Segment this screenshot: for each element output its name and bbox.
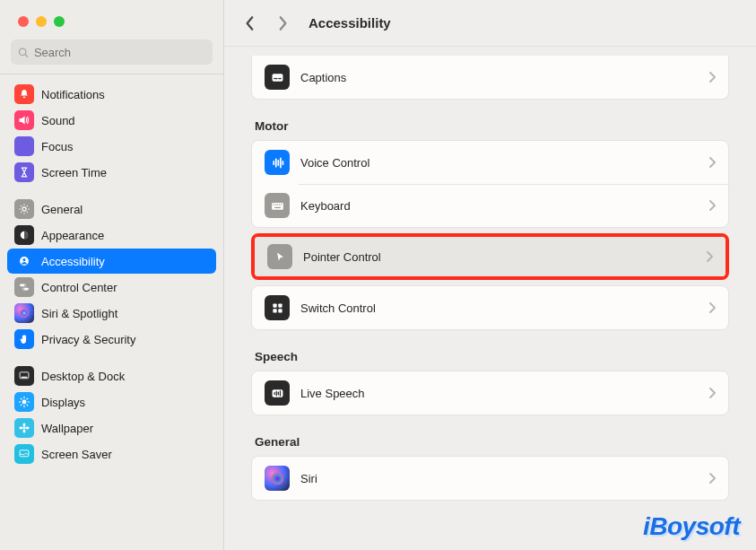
divider bbox=[0, 74, 223, 74]
settings-group: Captions bbox=[251, 56, 729, 100]
sidebar-item-appearance[interactable]: Appearance bbox=[7, 223, 216, 248]
dock-icon bbox=[14, 366, 34, 386]
svg-point-26 bbox=[25, 427, 29, 430]
keyboard-icon bbox=[265, 193, 290, 218]
settings-group: Switch Control bbox=[251, 285, 729, 330]
row-label: Switch Control bbox=[300, 301, 698, 315]
settings-group: Live Speech bbox=[251, 371, 729, 415]
row-label: Siri bbox=[300, 472, 698, 485]
svg-point-24 bbox=[23, 429, 26, 432]
row-label: Voice Control bbox=[300, 156, 698, 170]
settings-row-pointer-control[interactable]: Pointer Control bbox=[255, 237, 726, 276]
livespeech-icon bbox=[265, 380, 290, 406]
search-field[interactable] bbox=[11, 39, 213, 65]
zoom-window-button[interactable] bbox=[54, 16, 65, 27]
svg-line-20 bbox=[21, 405, 22, 406]
settings-group: Siri bbox=[251, 456, 729, 501]
svg-point-10 bbox=[20, 309, 29, 318]
sidebar-item-label: Accessibility bbox=[41, 255, 105, 268]
row-label: Captions bbox=[300, 71, 698, 84]
chevron-right-icon bbox=[708, 157, 716, 168]
section-header: General bbox=[255, 435, 729, 449]
content-area: Accessibility Captions Motor Voice Contr… bbox=[224, 0, 756, 550]
svg-line-1 bbox=[25, 54, 28, 57]
gear-icon bbox=[14, 199, 34, 219]
sidebar-item-privacy-security[interactable]: Privacy & Security bbox=[7, 327, 216, 352]
sidebar-item-focus[interactable]: Focus bbox=[7, 134, 216, 159]
settings-row-siri[interactable]: Siri bbox=[252, 457, 728, 500]
grid-icon bbox=[265, 295, 290, 320]
sidebar: NotificationsSoundFocusScreen TimeGenera… bbox=[0, 0, 224, 550]
sidebar-item-label: Siri & Spotlight bbox=[41, 307, 117, 320]
chevron-right-icon bbox=[708, 200, 716, 211]
svg-point-0 bbox=[19, 48, 25, 55]
sidebar-item-control-center[interactable]: Control Center bbox=[7, 275, 216, 300]
svg-rect-45 bbox=[273, 309, 276, 312]
svg-point-5 bbox=[22, 258, 25, 261]
settings-row-live-speech[interactable]: Live Speech bbox=[252, 371, 728, 415]
row-label: Pointer Control bbox=[303, 250, 695, 264]
voice-icon bbox=[265, 150, 290, 175]
svg-rect-40 bbox=[278, 204, 279, 205]
svg-rect-44 bbox=[278, 303, 282, 307]
section-header: Motor bbox=[255, 119, 729, 133]
sidebar-item-label: Notifications bbox=[41, 88, 105, 101]
svg-point-9 bbox=[22, 288, 24, 290]
svg-point-7 bbox=[24, 284, 26, 286]
toolbar: Accessibility bbox=[224, 0, 756, 47]
svg-point-52 bbox=[271, 472, 283, 485]
sidebar-item-screen-time[interactable]: Screen Time bbox=[7, 160, 216, 185]
highlighted-row: Pointer Control bbox=[251, 233, 729, 280]
sidebar-item-desktop-dock[interactable]: Desktop & Dock bbox=[7, 363, 216, 388]
chevron-right-icon bbox=[708, 473, 716, 484]
sidebar-item-label: Privacy & Security bbox=[41, 333, 135, 346]
chevron-right-icon bbox=[706, 251, 713, 262]
sidebar-item-sound[interactable]: Sound bbox=[7, 108, 216, 133]
settings-scroll[interactable]: Captions Motor Voice Control Keyboard Po… bbox=[224, 47, 756, 550]
forward-button[interactable] bbox=[273, 13, 292, 33]
siri-icon bbox=[14, 303, 34, 323]
sidebar-item-siri-spotlight[interactable]: Siri & Spotlight bbox=[7, 301, 216, 326]
svg-rect-47 bbox=[272, 389, 282, 397]
page-title: Accessibility bbox=[308, 15, 391, 31]
sidebar-item-general[interactable]: General bbox=[7, 196, 216, 222]
sidebar-item-notifications[interactable]: Notifications bbox=[7, 82, 216, 107]
bell-icon bbox=[14, 84, 34, 104]
back-button[interactable] bbox=[240, 13, 260, 33]
svg-rect-36 bbox=[272, 203, 283, 210]
sidebar-item-screen-saver[interactable]: Screen Saver bbox=[7, 441, 216, 467]
svg-rect-30 bbox=[278, 77, 281, 78]
svg-rect-27 bbox=[20, 450, 29, 457]
svg-rect-43 bbox=[273, 303, 276, 307]
sidebar-nav: NotificationsSoundFocusScreen TimeGenera… bbox=[0, 82, 223, 550]
sidebar-item-label: Screen Time bbox=[41, 166, 107, 179]
search-input[interactable] bbox=[34, 46, 205, 59]
sidebar-item-wallpaper[interactable]: Wallpaper bbox=[7, 415, 216, 441]
window-controls bbox=[0, 0, 223, 39]
chevron-right-icon bbox=[708, 388, 716, 398]
sidebar-item-label: Control Center bbox=[41, 281, 117, 294]
sidebar-item-label: Screen Saver bbox=[41, 448, 112, 461]
sidebar-item-displays[interactable]: Displays bbox=[7, 389, 216, 415]
chevron-right-icon bbox=[708, 302, 716, 313]
svg-rect-29 bbox=[274, 77, 277, 78]
sidebar-item-label: Displays bbox=[41, 396, 85, 409]
settings-row-voice-control[interactable]: Voice Control bbox=[252, 141, 728, 184]
svg-rect-38 bbox=[274, 204, 275, 205]
svg-line-19 bbox=[27, 405, 28, 406]
person-icon bbox=[14, 251, 34, 271]
screensaver-icon bbox=[14, 444, 34, 464]
settings-row-keyboard[interactable]: Keyboard bbox=[252, 184, 728, 227]
search-icon bbox=[18, 47, 29, 58]
settings-row-captions[interactable]: Captions bbox=[252, 56, 728, 99]
pointer-icon bbox=[267, 244, 292, 269]
minimize-window-button[interactable] bbox=[36, 16, 47, 27]
sidebar-item-label: Focus bbox=[41, 140, 73, 153]
settings-row-switch-control[interactable]: Switch Control bbox=[252, 286, 728, 329]
svg-rect-37 bbox=[273, 204, 274, 205]
close-window-button[interactable] bbox=[18, 16, 29, 27]
svg-rect-39 bbox=[276, 204, 277, 205]
moon-icon bbox=[14, 136, 34, 156]
chevron-right-icon bbox=[708, 72, 716, 83]
sidebar-item-accessibility[interactable]: Accessibility bbox=[7, 249, 216, 274]
